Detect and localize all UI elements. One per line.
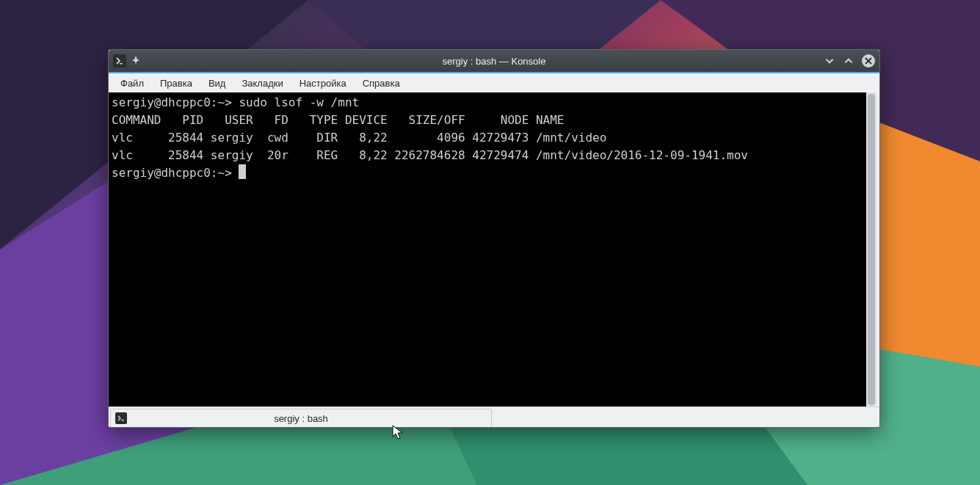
tabbar: sergiy : bash	[109, 406, 879, 427]
close-button[interactable]	[862, 54, 875, 68]
terminal-output-row: vlc 25844 sergiy cwd DIR 8,22 4096 42729…	[112, 131, 606, 145]
menu-bookmarks[interactable]: Закладки	[234, 76, 290, 91]
terminal-icon	[115, 412, 127, 424]
menu-edit[interactable]: Правка	[153, 76, 200, 91]
window-title: sergiy : bash — Konsole	[109, 56, 879, 67]
window-titlebar[interactable]: sergiy : bash — Konsole	[109, 50, 879, 72]
scrollbar-thumb[interactable]	[868, 94, 875, 405]
terminal-command: sudo lsof -w /mnt	[239, 95, 359, 109]
app-menu-icon[interactable]	[113, 54, 126, 68]
terminal-prompt: sergiy@dhcppc0:~>	[112, 166, 239, 180]
terminal-scrollbar[interactable]	[866, 92, 876, 406]
pin-icon[interactable]	[131, 55, 141, 68]
terminal-output-row: vlc 25844 sergiy 20r REG 8,22 2262784628…	[112, 148, 748, 162]
menu-file[interactable]: Файл	[113, 76, 151, 91]
terminal-viewport[interactable]: sergiy@dhcppc0:~> sudo lsof -w /mnt COMM…	[109, 92, 866, 406]
menubar: Файл Правка Вид Закладки Настройка Справ…	[109, 73, 879, 92]
terminal-prompt: sergiy@dhcppc0:~>	[112, 95, 239, 109]
konsole-window: sergiy : bash — Konsole Файл Правка Вид …	[108, 49, 880, 428]
svg-rect-11	[121, 420, 124, 420]
menu-help[interactable]: Справка	[355, 76, 407, 91]
terminal-header-row: COMMAND PID USER FD TYPE DEVICE SIZE/OFF…	[112, 113, 565, 127]
svg-rect-10	[120, 63, 123, 65]
menu-settings[interactable]: Настройка	[292, 76, 354, 91]
terminal-cursor	[239, 164, 246, 179]
tab-label: sergiy : bash	[274, 413, 328, 424]
tab-active[interactable]: sergiy : bash	[110, 409, 492, 427]
minimize-button[interactable]	[824, 55, 835, 67]
maximize-button[interactable]	[843, 55, 854, 67]
menu-view[interactable]: Вид	[201, 76, 233, 91]
